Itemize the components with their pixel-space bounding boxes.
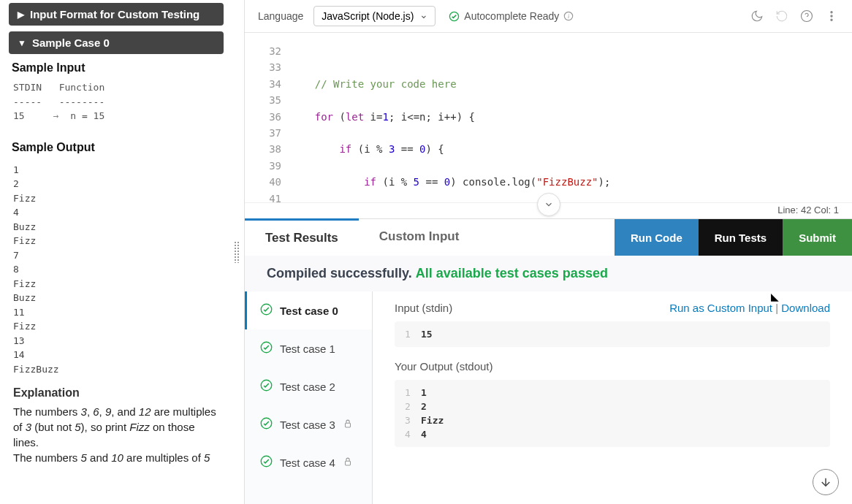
resize-handle[interactable] [229, 0, 244, 504]
function-header: Function [59, 82, 105, 93]
sample-output-block: 12Fizz4BuzzFizz78FizzBuzz11Fizz1314FizzB… [9, 160, 224, 377]
testcase-item[interactable]: Test case 4 [245, 443, 372, 481]
cursor-position: Line: 42 Col: 1 [777, 205, 839, 215]
main-panel: Language JavaScript (Node.js) Autocomple… [244, 0, 852, 504]
check-circle-icon [260, 341, 273, 356]
arrow-icon: → [53, 110, 59, 121]
run-tests-button[interactable]: Run Tests [699, 219, 783, 256]
svg-text:i: i [568, 13, 569, 20]
svg-point-6 [831, 15, 832, 17]
svg-point-5 [831, 12, 832, 13]
check-circle-icon [260, 455, 273, 470]
testcase-item[interactable]: Test case 3 [245, 405, 372, 443]
explanation-text: The numbers 3, 6, 9, and 12 are multiple… [13, 404, 219, 465]
input-stdin-block: 115 [395, 321, 830, 347]
editor-toolbar: Language JavaScript (Node.js) Autocomple… [245, 0, 852, 33]
autocomplete-status: Autocomplete Ready i [449, 10, 574, 22]
compile-prefix: Compiled successfully. [267, 266, 412, 280]
more-menu-icon[interactable] [824, 9, 839, 23]
func-value: n = 15 [70, 110, 104, 121]
svg-rect-12 [345, 423, 350, 427]
language-select[interactable]: JavaScript (Node.js) [313, 6, 435, 26]
your-output-label: Your Output (stdout) [395, 360, 830, 373]
info-icon[interactable]: i [563, 11, 574, 21]
grip-icon [234, 241, 240, 263]
testcase-label: Test case 3 [280, 419, 335, 431]
help-icon[interactable] [799, 9, 814, 23]
sample-input-label: Sample Input [9, 61, 224, 75]
autocomplete-label: Autocomplete Ready [464, 10, 559, 22]
separator: | [775, 302, 778, 314]
arrow-down-icon [819, 476, 832, 489]
compile-suffix: All available test cases passed [416, 266, 608, 280]
sample-case-title: Sample Case 0 [32, 37, 110, 49]
theme-toggle-icon[interactable] [750, 9, 764, 23]
download-link[interactable]: Download [781, 302, 830, 314]
tab-test-results[interactable]: Test Results [245, 218, 359, 256]
stdin-value: 15 [13, 110, 25, 121]
input-stdin-label: Input (stdin) [395, 302, 452, 314]
testcase-detail: Input (stdin) Run as Custom Input | Down… [373, 291, 852, 504]
collapse-panel-button[interactable] [537, 193, 560, 216]
scroll-down-button[interactable] [813, 469, 839, 495]
sample-output-label: Sample Output [9, 141, 224, 154]
caret-right-icon: ▶ [18, 9, 24, 20]
results-tabs-row: Test Results Custom Input Run Code Run T… [245, 218, 852, 256]
explanation-block: Explanation The numbers 3, 6, 9, and 12 … [9, 386, 224, 465]
problem-sidebar: ▶ Input Format for Custom Testing ▼ Samp… [0, 0, 229, 504]
func-underline: -------- [59, 96, 105, 107]
reset-icon[interactable] [775, 9, 789, 23]
tab-custom-input[interactable]: Custom Input [359, 219, 480, 256]
svg-point-7 [831, 19, 832, 20]
svg-point-3 [802, 11, 813, 22]
run-code-button[interactable]: Run Code [615, 219, 699, 256]
compile-status: Compiled successfully. All available tes… [245, 256, 852, 291]
check-circle-icon [260, 303, 273, 318]
input-format-header[interactable]: ▶ Input Format for Custom Testing [9, 3, 224, 26]
submit-button[interactable]: Submit [783, 219, 852, 256]
testcase-label: Test case 4 [280, 457, 335, 469]
testcase-item[interactable]: Test case 0 [245, 291, 372, 329]
sample-input-block: STDIN Function ----- -------- 15 → n = 1… [9, 80, 224, 123]
code-editor[interactable]: 32333435363738394041 // Write your code … [245, 33, 852, 202]
lock-icon [343, 457, 353, 469]
testcase-item[interactable]: Test case 1 [245, 329, 372, 367]
editor-content: // Write your code here for (let i=1; i<… [290, 43, 610, 202]
svg-rect-14 [345, 461, 350, 465]
chevron-down-icon [544, 199, 554, 210]
stdin-header: STDIN [13, 82, 42, 93]
input-format-title: Input Format for Custom Testing [30, 8, 199, 20]
testcase-label: Test case 1 [280, 343, 335, 355]
testcase-label: Test case 2 [280, 381, 335, 393]
language-label: Language [258, 10, 303, 22]
check-circle-icon [449, 11, 460, 22]
your-output-block: 11223Fizz44 [395, 380, 830, 447]
sample-case-header[interactable]: ▼ Sample Case 0 [9, 31, 224, 54]
explanation-label: Explanation [13, 386, 219, 400]
stdin-underline: ----- [13, 96, 42, 107]
editor-status-bar: Line: 42 Col: 1 [245, 202, 852, 218]
testcase-label: Test case 0 [280, 305, 338, 317]
caret-down-icon: ▼ [18, 38, 26, 48]
testcase-list: Test case 0 Test case 1 Test case 2 Test… [245, 291, 373, 504]
lock-icon [343, 419, 353, 431]
check-circle-icon [260, 417, 273, 432]
editor-line-gutter: 32333435363738394041 [245, 43, 287, 202]
testcase-item[interactable]: Test case 2 [245, 367, 372, 405]
run-as-custom-link[interactable]: Run as Custom Input [669, 302, 772, 314]
check-circle-icon [260, 379, 273, 394]
